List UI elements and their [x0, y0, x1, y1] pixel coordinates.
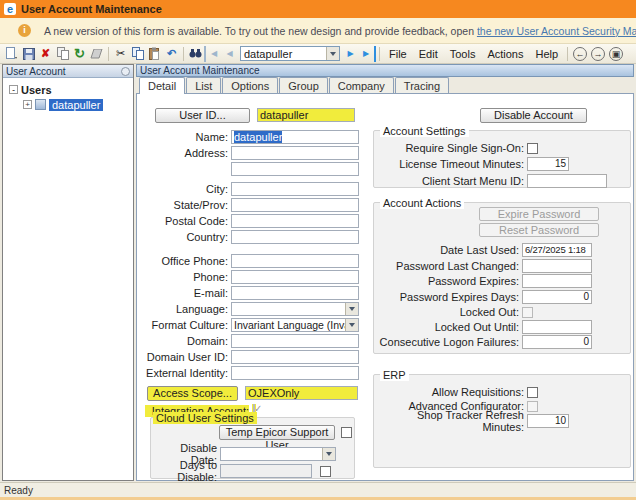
tab-company[interactable]: Company [329, 77, 394, 93]
password-last-changed-field[interactable] [522, 259, 592, 273]
account-settings-caption: Account Settings [380, 125, 469, 137]
address-field-2[interactable] [231, 162, 359, 176]
window-style-icon[interactable]: ▣ [609, 47, 623, 61]
save-icon[interactable] [20, 46, 37, 62]
domain-row: Domain: [145, 334, 359, 348]
tree-node-datapuller[interactable]: + datapuller [5, 97, 131, 112]
domain-user-id-field[interactable] [231, 350, 359, 364]
pin-icon[interactable] [121, 67, 130, 76]
menu-help[interactable]: Help [529, 48, 564, 60]
cloud-user-settings-group: Cloud User Settings Temp Epicor Support … [150, 417, 355, 479]
license-timeout-row: License Timeout Minutes: 15 [374, 157, 569, 171]
phone-row: Phone: [145, 270, 359, 284]
menu-file[interactable]: File [383, 48, 413, 60]
user-account-maintenance-window: e User Account Maintenance i A new versi… [0, 0, 636, 500]
name-row: Name: datapuller [145, 130, 359, 144]
refresh-icon[interactable]: ↻ [71, 46, 88, 62]
access-scope-field[interactable]: OJEXOnly [245, 386, 358, 400]
copy-icon[interactable] [129, 46, 146, 62]
name-field[interactable]: datapuller [231, 130, 359, 144]
access-scope-button[interactable]: Access Scope... [147, 386, 238, 401]
city-row: City: [145, 182, 359, 196]
collapse-icon[interactable]: - [9, 85, 18, 94]
expand-icon[interactable]: + [23, 100, 32, 109]
client-start-menu-row: Client Start Menu ID: [374, 174, 607, 188]
menu-edit[interactable]: Edit [413, 48, 444, 60]
user-id-field[interactable]: datapuller [257, 108, 355, 122]
external-identity-row: External Identity: [145, 366, 359, 380]
undo-icon[interactable]: ↶ [163, 46, 180, 62]
city-label: City: [145, 183, 228, 195]
account-actions-caption: Account Actions [380, 197, 464, 209]
delete-icon[interactable]: ✘ [37, 46, 54, 62]
language-dropdown-icon[interactable] [345, 303, 358, 316]
next-record-icon[interactable]: ▶ [342, 46, 359, 62]
menu-actions[interactable]: Actions [481, 48, 529, 60]
first-record-icon[interactable]: ◀ [204, 46, 221, 62]
days-to-disable-checkbox[interactable] [320, 466, 331, 477]
window-title: User Account Maintenance [21, 3, 162, 15]
temp-epicor-support-user-button[interactable]: Temp Epicor Support User [219, 425, 335, 440]
back-icon[interactable]: ← [573, 47, 587, 61]
password-expires-field[interactable] [522, 274, 592, 288]
office-phone-field[interactable] [231, 254, 359, 268]
external-identity-field[interactable] [231, 366, 359, 380]
format-culture-combo[interactable]: Invariant Language (Invariant Country) [231, 318, 359, 332]
tab-tracing[interactable]: Tracing [395, 77, 449, 93]
shop-tracker-field[interactable]: 10 [527, 414, 569, 428]
account-actions-group: Account Actions Expire Password Reset Pa… [373, 202, 631, 354]
paste-icon[interactable] [146, 46, 163, 62]
allow-requisitions-checkbox[interactable] [527, 387, 538, 398]
reset-password-button[interactable]: Reset Password [479, 223, 599, 237]
info-icon: i [18, 24, 31, 37]
locked-out-checkbox[interactable] [522, 307, 533, 318]
locked-out-until-field[interactable] [522, 320, 592, 334]
city-field[interactable] [231, 182, 359, 196]
clear-icon[interactable] [88, 46, 105, 62]
state-field[interactable] [231, 198, 359, 212]
user-id-button[interactable]: User ID... [155, 108, 250, 123]
tab-options[interactable]: Options [222, 77, 278, 93]
email-field[interactable] [231, 286, 359, 300]
temp-support-checkbox[interactable] [341, 427, 352, 438]
postal-code-field[interactable] [231, 214, 359, 228]
previous-record-icon[interactable]: ◀ [221, 46, 238, 62]
license-timeout-field[interactable]: 15 [527, 157, 569, 171]
forward-icon[interactable]: → [591, 47, 605, 61]
record-combo[interactable]: datapuller [240, 46, 340, 61]
date-last-used-field[interactable]: 6/27/2025 1:18 [522, 243, 592, 257]
search-icon[interactable] [187, 46, 204, 62]
last-record-icon[interactable]: ▶ [359, 46, 376, 62]
tab-detail[interactable]: Detail [139, 77, 185, 94]
tree-panel-title: User Account [6, 66, 121, 77]
tree-node-users[interactable]: - Users [5, 82, 131, 97]
disable-date-dropdown-icon[interactable] [322, 448, 335, 461]
disable-account-button[interactable]: Disable Account [480, 108, 587, 123]
require-sso-checkbox[interactable] [527, 143, 538, 154]
record-combo-dropdown-icon[interactable] [326, 47, 339, 60]
address-field-1[interactable] [231, 146, 359, 160]
title-bar: e User Account Maintenance [0, 0, 636, 18]
format-culture-dropdown-icon[interactable] [345, 319, 358, 332]
toolbar-separator [183, 47, 184, 61]
language-combo[interactable] [231, 302, 359, 316]
cut-icon[interactable]: ✂ [112, 46, 129, 62]
disable-date-combo[interactable] [220, 447, 336, 461]
domain-field[interactable] [231, 334, 359, 348]
days-to-disable-field[interactable] [220, 464, 312, 478]
new-version-banner: i A new version of this form is availabl… [0, 18, 636, 44]
phone-field[interactable] [231, 270, 359, 284]
client-start-menu-field[interactable] [527, 174, 607, 188]
menu-tools[interactable]: Tools [444, 48, 482, 60]
expire-password-button[interactable]: Expire Password [479, 207, 599, 221]
password-expires-days-field[interactable]: 0 [522, 290, 592, 304]
copy-record-icon[interactable] [54, 46, 71, 62]
tab-list[interactable]: List [186, 77, 221, 93]
country-field[interactable] [231, 230, 359, 244]
new-record-button[interactable] [3, 46, 20, 62]
license-timeout-label: License Timeout Minutes: [374, 158, 524, 170]
logon-failures-field[interactable]: 0 [522, 335, 592, 349]
advanced-configurator-checkbox[interactable] [527, 401, 538, 412]
tab-group[interactable]: Group [279, 77, 328, 93]
new-app-link[interactable]: the new User Account Security Maintenanc… [477, 25, 636, 37]
